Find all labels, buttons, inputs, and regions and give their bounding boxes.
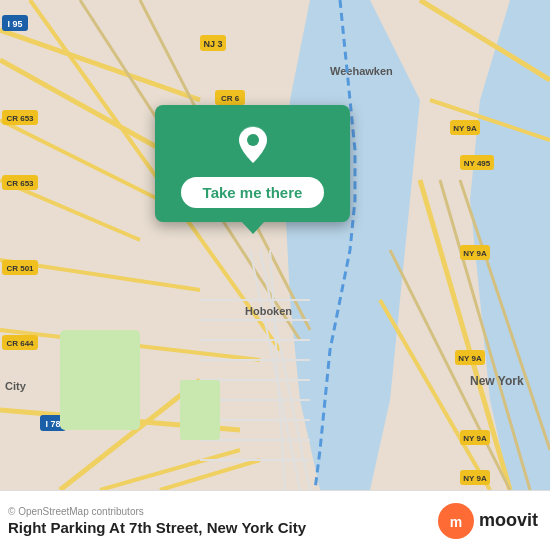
moovit-text: moovit — [479, 510, 538, 531]
svg-text:I 78: I 78 — [45, 419, 60, 429]
svg-point-70 — [247, 134, 259, 146]
location-city: New York City — [207, 519, 306, 536]
svg-text:CR 501: CR 501 — [6, 264, 34, 273]
svg-text:NY 9A: NY 9A — [453, 124, 477, 133]
svg-text:NY 9A: NY 9A — [463, 434, 487, 443]
svg-rect-68 — [180, 380, 220, 440]
svg-text:CR 653: CR 653 — [6, 179, 34, 188]
svg-text:NY 9A: NY 9A — [463, 474, 487, 483]
svg-text:m: m — [450, 514, 462, 530]
svg-text:NY 9A: NY 9A — [458, 354, 482, 363]
svg-text:NJ 3: NJ 3 — [203, 39, 222, 49]
map-background: I 95 NJ 3 CR 653 CR 653 CR 6 CR 501 CR 6… — [0, 0, 550, 490]
svg-text:Weehawken: Weehawken — [330, 65, 393, 77]
location-title: Right Parking At 7th Street, New York Ci… — [8, 519, 306, 536]
svg-text:NY 9A: NY 9A — [463, 249, 487, 258]
copyright-text: © OpenStreetMap contributors — [8, 506, 306, 517]
moovit-logo: m moovit — [438, 503, 538, 539]
location-pin-icon — [231, 123, 275, 167]
map-container: I 95 NJ 3 CR 653 CR 653 CR 6 CR 501 CR 6… — [0, 0, 550, 490]
svg-text:City: City — [5, 380, 27, 392]
svg-text:CR 644: CR 644 — [6, 339, 34, 348]
bottom-left-info: © OpenStreetMap contributors Right Parki… — [8, 506, 306, 536]
svg-text:Hoboken: Hoboken — [245, 305, 292, 317]
svg-rect-67 — [60, 330, 140, 430]
svg-text:NY 495: NY 495 — [464, 159, 491, 168]
moovit-icon: m — [438, 503, 474, 539]
take-me-there-button[interactable]: Take me there — [181, 177, 325, 208]
svg-text:CR 6: CR 6 — [221, 94, 240, 103]
popup-card: Take me there — [155, 105, 350, 222]
svg-text:CR 653: CR 653 — [6, 114, 34, 123]
bottom-bar: © OpenStreetMap contributors Right Parki… — [0, 490, 550, 550]
svg-text:New York: New York — [470, 374, 524, 388]
svg-text:I 95: I 95 — [7, 19, 22, 29]
location-name: Right Parking At 7th Street, — [8, 519, 202, 536]
